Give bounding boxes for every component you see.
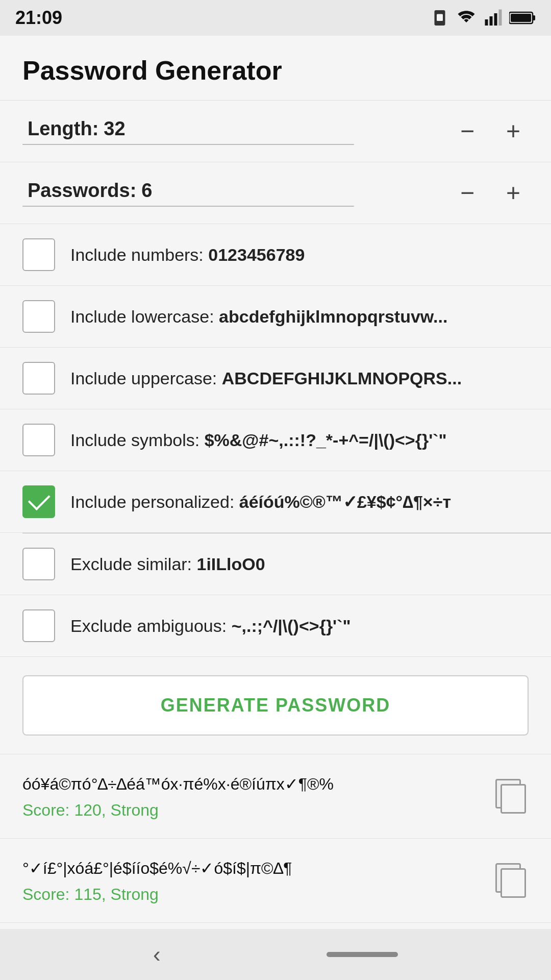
page-title: Password Generator [22, 55, 529, 86]
length-label-text: Length: [28, 118, 98, 139]
result-row-2: °✓í£°|xóá£°|é$íío$é%√÷✓ó$í$|π©∆¶ Score: … [0, 839, 551, 923]
checkbox-exclude-ambiguous-label: Exclude ambiguous: ~,.:;^/|\()<>{}'`" [70, 616, 529, 636]
header: Password Generator [0, 36, 551, 101]
checkbox-exclude-ambiguous[interactable] [22, 609, 55, 642]
length-buttons: − + [452, 116, 529, 146]
length-control-inner: Length:32 [22, 118, 442, 145]
result-row-1: óó¥á©πó°∆÷∆éá™óx·πé%x·é®íúπx✓¶®% Score: … [0, 754, 551, 839]
main-content: Length:32 − + Passwords:6 − + Include nu… [0, 101, 551, 960]
generate-password-button[interactable]: GENERATE PASSWORD [22, 675, 529, 736]
result-content-1: óó¥á©πó°∆÷∆éá™óx·πé%x·é®íúπx✓¶®% Score: … [22, 773, 482, 820]
length-increase-button[interactable]: + [498, 116, 529, 146]
passwords-control-row: Passwords:6 − + [0, 162, 551, 224]
length-decrease-button[interactable]: − [452, 116, 483, 146]
signal-icon [484, 9, 503, 27]
checkbox-lowercase[interactable] [22, 300, 55, 333]
status-time: 21:09 [15, 7, 62, 29]
symbols-value: $%&@#~,.::!?_*-+^=/|\()<>{}'`" [205, 430, 447, 450]
copy-icon-2 [495, 863, 525, 898]
checkbox-row-exclude-similar: Exclude similar: 1iILloO0 [0, 533, 551, 595]
back-button[interactable]: ‹ [153, 942, 161, 967]
svg-rect-2 [485, 19, 488, 26]
status-bar: 21:09 [0, 0, 551, 36]
passwords-decrease-button[interactable]: − [452, 178, 483, 208]
passwords-slider[interactable] [22, 206, 354, 207]
passwords-value: 6 [141, 180, 152, 201]
numbers-value: 0123456789 [208, 245, 305, 264]
checkbox-symbols[interactable] [22, 424, 55, 456]
ambiguous-value: ~,.:;^/|\()<>{}'`" [232, 616, 351, 635]
passwords-buttons: − + [452, 178, 529, 208]
svg-rect-7 [533, 15, 535, 20]
checkbox-exclude-similar[interactable] [22, 548, 55, 580]
wifi-icon [455, 9, 478, 27]
checkbox-exclude-similar-label: Exclude similar: 1iILloO0 [70, 554, 529, 574]
checkbox-symbols-label: Include symbols: $%&@#~,.::!?_*-+^=/|\()… [70, 430, 529, 450]
passwords-increase-button[interactable]: + [498, 178, 529, 208]
checkbox-row-symbols: Include symbols: $%&@#~,.::!?_*-+^=/|\()… [0, 409, 551, 471]
checkbox-uppercase[interactable] [22, 362, 55, 395]
checkbox-numbers[interactable] [22, 238, 55, 271]
checkbox-row-uppercase: Include uppercase: ABCDEFGHIJKLMNOPQRS..… [0, 348, 551, 409]
checkbox-lowercase-label: Include lowercase: abcdefghijklmnopqrstu… [70, 307, 529, 327]
checkbox-personalized[interactable] [22, 485, 55, 518]
result-password-2: °✓í£°|xóá£°|é$íío$é%√÷✓ó$í$|π©∆¶ [22, 857, 482, 880]
passwords-control-inner: Passwords:6 [22, 180, 442, 207]
checkbox-row-exclude-ambiguous: Exclude ambiguous: ~,.:;^/|\()<>{}'`" [0, 595, 551, 657]
length-label: Length:32 [22, 118, 442, 140]
status-icons [431, 9, 536, 27]
result-password-1: óó¥á©πó°∆÷∆éá™óx·πé%x·é®íúπx✓¶®% [22, 773, 482, 796]
checkbox-numbers-label: Include numbers: 0123456789 [70, 245, 529, 265]
lowercase-value: abcdefghijklmnopqrstuvw... [219, 307, 447, 326]
checkbox-personalized-label: Include personalized: áéíóú%©®™✓£¥$¢°∆¶×… [70, 492, 529, 512]
svg-rect-1 [437, 14, 443, 21]
uppercase-value: ABCDEFGHIJKLMNOPQRS... [222, 369, 462, 388]
svg-rect-8 [511, 14, 531, 22]
length-slider[interactable] [22, 144, 354, 145]
checkbox-uppercase-label: Include uppercase: ABCDEFGHIJKLMNOPQRS..… [70, 369, 529, 388]
length-value: 32 [104, 118, 125, 139]
checkbox-row-lowercase: Include lowercase: abcdefghijklmnopqrstu… [0, 286, 551, 348]
checkbox-row-numbers: Include numbers: 0123456789 [0, 224, 551, 286]
result-content-2: °✓í£°|xóá£°|é$íío$é%√÷✓ó$í$|π©∆¶ Score: … [22, 857, 482, 904]
svg-rect-5 [499, 10, 502, 26]
passwords-label-text: Passwords: [28, 180, 136, 201]
similar-value: 1iILloO0 [197, 554, 265, 574]
home-pill[interactable] [327, 952, 398, 957]
length-control-row: Length:32 − + [0, 101, 551, 162]
result-score-2: Score: 115, Strong [22, 885, 482, 904]
passwords-label: Passwords:6 [22, 180, 442, 202]
copy-button-1[interactable] [492, 776, 529, 817]
generate-section: GENERATE PASSWORD [0, 657, 551, 754]
copy-button-2[interactable] [492, 860, 529, 901]
battery-icon [509, 10, 536, 26]
copy-icon-1 [495, 779, 525, 814]
svg-rect-4 [494, 13, 497, 26]
nav-bar: ‹ [0, 929, 551, 980]
checkbox-section: Include numbers: 0123456789 Include lowe… [0, 224, 551, 657]
personalized-value: áéíóú%©®™✓£¥$¢°∆¶×÷т [239, 492, 451, 511]
svg-rect-3 [490, 16, 493, 26]
result-score-1: Score: 120, Strong [22, 801, 482, 820]
checkbox-row-personalized: Include personalized: áéíóú%©®™✓£¥$¢°∆¶×… [0, 471, 551, 533]
sim-icon [431, 9, 449, 27]
